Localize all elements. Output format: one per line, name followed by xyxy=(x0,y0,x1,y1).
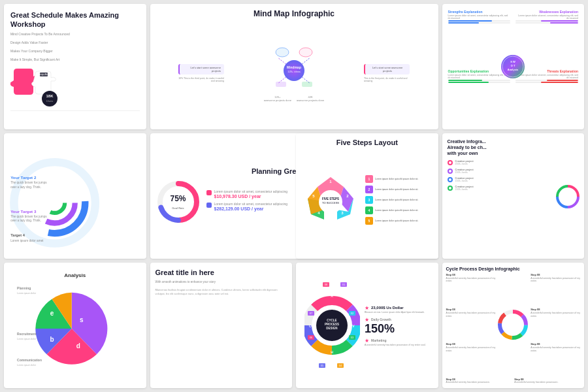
svg-text:H: H xyxy=(331,350,333,354)
svg-text:129+ ideas: 129+ ideas xyxy=(287,70,301,73)
svg-text:The quick brown fox jumps: The quick brown fox jumps xyxy=(10,181,47,184)
center-bottom xyxy=(497,342,529,376)
mindmap-svg: Mindmap 129+ ideas xyxy=(274,44,314,97)
legend-item-3: Creative project 1500+ lands xyxy=(448,176,580,182)
slide-analysis: Analysis s d b e Planning Lorem ipsum do… xyxy=(4,263,146,388)
slide9-big-title: Great title in here xyxy=(155,268,214,277)
puzzle-graphic: 18K Users Design Adds xyxy=(10,69,63,108)
svg-text:Lorem ipsum dolor amet: Lorem ipsum dolor amet xyxy=(10,239,44,242)
svg-rect-11 xyxy=(276,82,286,87)
slide6-title: Five Steps Layout xyxy=(336,139,398,146)
analysis-svg: Analysis s d b e Planning Lorem ipsum do… xyxy=(9,268,141,383)
slide-great-title: Great title in here With smooth animatio… xyxy=(150,263,293,388)
slide-cycle-design-infographic: Cycle Process Design Infographic Step 08… xyxy=(442,263,585,388)
slide-swot: Strengths Explanation Lorem ipsum dolor … xyxy=(442,4,585,129)
legend-item-1: Creative project 2500+ lands xyxy=(448,159,580,165)
svg-text:DESIGN: DESIGN xyxy=(326,327,337,330)
svg-rect-12 xyxy=(302,82,312,87)
svg-text:Your Target 3: Your Target 3 xyxy=(10,209,37,214)
swot-center: S W O T Analysis xyxy=(501,55,525,78)
slide2-title: Mind Map Infographic xyxy=(253,9,335,18)
slide-five-steps: Five Steps Layout FIVE STEPS TO SUCCESS … xyxy=(296,133,438,259)
svg-text:Mindmap: Mindmap xyxy=(287,65,301,69)
slide7-title: Creative Infogra...Already to be ch...wi… xyxy=(448,139,487,156)
svg-text:e: e xyxy=(50,310,54,317)
steps-grid: Step 08 A wonderful serenity has taken p… xyxy=(446,273,581,376)
slide9-body: Maecenas facilisis feugiat condimentum d… xyxy=(155,288,287,296)
svg-text:Design Adds: Design Adds xyxy=(39,73,50,76)
slide-targets: Your Target 2 The quick brown fox jumps … xyxy=(4,133,146,259)
svg-text:CYCLE: CYCLE xyxy=(327,319,336,322)
step-box-2: Step 08 A wonderful serenity has taken p… xyxy=(531,273,580,306)
slide-mind-map: Mind Map Infographic Let's start some aw… xyxy=(150,4,438,129)
cycle-wheel-svg: CYCLE PROCESS DESIGN A V H O 08 01 02 xyxy=(304,280,360,371)
cycle-growth-stat: ★ Daily Growth 150% xyxy=(365,317,429,335)
svg-text:07: 07 xyxy=(310,312,313,315)
step-item-3: 3 Lorem ipsum dolor quis elit ipsum dolo… xyxy=(365,196,433,204)
step-box-7: Step 08 A wonderful serenity has taken p… xyxy=(446,378,512,384)
step-box-6: Step 08 A wonderful serenity has taken p… xyxy=(531,342,580,376)
step-box-1: Step 08 A wonderful serenity has taken p… xyxy=(446,273,496,306)
svg-text:Lorem ipsum dolor: Lorem ipsum dolor xyxy=(17,338,37,340)
svg-text:s: s xyxy=(80,316,84,323)
svg-point-10 xyxy=(299,48,312,57)
svg-text:Analysis: Analysis xyxy=(64,272,86,278)
center-top xyxy=(497,273,529,306)
slide7-chart xyxy=(555,184,581,210)
mindmap-branch-right-1: Let's start some awesome projects xyxy=(364,64,410,74)
planning-donut: 75% Goal Rate xyxy=(155,179,201,225)
svg-text:Analysis: Analysis xyxy=(508,68,519,71)
svg-text:over a lazy dog. Think.: over a lazy dog. Think. xyxy=(10,219,41,222)
slide1-line3: Makes Your Company Bigger xyxy=(10,49,53,54)
slide-creative-infographic: Creative Infogra...Already to be ch...wi… xyxy=(442,133,585,259)
svg-text:Communication: Communication xyxy=(17,358,42,362)
svg-text:04: 04 xyxy=(339,364,342,367)
svg-text:05: 05 xyxy=(321,364,324,367)
svg-text:08: 08 xyxy=(325,283,328,286)
cycle-dollar-stat: ★ 23,000$ Us Dollar Blossom at rear. Lor… xyxy=(365,305,429,314)
mindmap-stat2: 42Kawesome projects done xyxy=(297,95,324,102)
svg-text:O: O xyxy=(309,324,312,328)
svg-text:06: 06 xyxy=(310,336,313,339)
svg-text:Lorem ipsum dolor: Lorem ipsum dolor xyxy=(17,292,37,295)
slide1-line4: Make It Simple, But Significant Art xyxy=(10,57,59,62)
slide1-line1: Mind Creative Projects To Be Announced xyxy=(10,32,70,37)
legend-item-2: Creative project 1500+ lands xyxy=(448,168,580,174)
svg-text:over a lazy dog. Think.: over a lazy dog. Think. xyxy=(10,186,41,189)
step-item-5: 5 Lorem ipsum dolor quis elit ipsum dolo… xyxy=(365,217,433,225)
svg-point-9 xyxy=(276,48,289,57)
svg-text:Your Target 2: Your Target 2 xyxy=(10,175,37,180)
svg-text:Recruitment: Recruitment xyxy=(17,332,37,336)
step-box-3: Step 08 A wonderful serenity has taken p… xyxy=(446,308,496,341)
slide-cycle-process: CYCLE PROCESS DESIGN A V H O 08 01 02 xyxy=(296,263,438,388)
slide9-subtitle: With smooth animations to enhance your s… xyxy=(155,280,216,285)
step-box-5: Step 08 A wonderful serenity has taken p… xyxy=(446,342,496,376)
step-box-4: Step 08 A wonderful serenity has taken p… xyxy=(531,308,580,341)
svg-text:Lorem ipsum dolor: Lorem ipsum dolor xyxy=(17,364,37,367)
slide11-title: Cycle Process Design Infographic xyxy=(446,267,520,271)
mindmap-branch-left-1: Let's start some awesome projects xyxy=(178,64,224,74)
slide1-line2: Design Adds Value Faster xyxy=(10,41,48,45)
slide-great-schedule: Great Schedule Makes Amazing Workshop Mi… xyxy=(4,4,146,129)
center-donut xyxy=(497,308,529,341)
steps-list: 1 Lorem ipsum dolor quis elit ipsum dolo… xyxy=(363,175,433,227)
svg-text:S W: S W xyxy=(510,60,515,63)
mindmap-desc-1: 10% This is the third point, do make it … xyxy=(178,77,224,82)
cycle-marketing-stat: ★ Marketing A wonderful serenity has tak… xyxy=(365,338,429,346)
mindmap-desc-2: This is the first point, do make it usef… xyxy=(364,77,410,82)
svg-text:A: A xyxy=(331,294,333,298)
five-steps-svg: FIVE STEPS TO SUCCESS 1 2 3 4 5 xyxy=(301,174,360,229)
step-item-2: 2 Lorem ipsum dolor quis elit ipsum dolo… xyxy=(365,186,433,193)
targets-svg: Your Target 2 The quick brown fox jumps … xyxy=(7,137,143,255)
svg-text:03: 03 xyxy=(351,336,354,339)
svg-text:TO SUCCESS: TO SUCCESS xyxy=(322,201,339,204)
slide1-title: Great Schedule Makes Amazing Workshop xyxy=(10,10,140,29)
svg-point-23 xyxy=(44,193,65,213)
svg-text:d: d xyxy=(76,342,80,350)
svg-text:b: b xyxy=(50,336,54,343)
svg-text:02: 02 xyxy=(351,312,354,315)
svg-text:PROCESS: PROCESS xyxy=(325,323,339,326)
svg-text:The quick brown fox jumps: The quick brown fox jumps xyxy=(10,215,47,218)
extra-steps-row: Step 08 A wonderful serenity has taken p… xyxy=(446,378,581,384)
svg-text:O T: O T xyxy=(511,64,515,67)
